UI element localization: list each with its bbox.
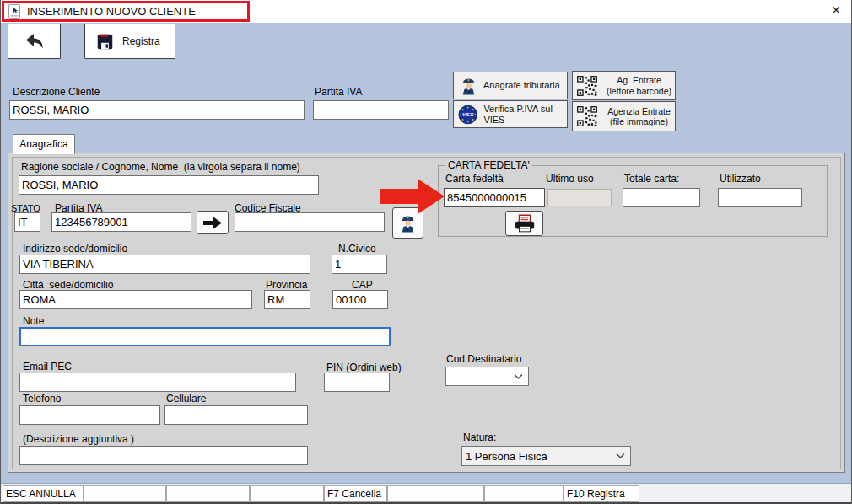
police-officer-icon	[461, 76, 476, 95]
save-floppy-icon	[96, 33, 114, 51]
tab-anagrafica[interactable]: Anagrafica	[13, 134, 75, 154]
telefono-input[interactable]	[19, 405, 160, 425]
descrizione-cliente-label: Descrizione Cliente	[13, 86, 100, 98]
ag-entrate-barcode-button[interactable]: Ag. Entrate (lettore barcode)	[572, 71, 676, 100]
back-arrow-icon	[24, 32, 46, 51]
cod-destinatario-label: Cod.Destinatario	[446, 353, 521, 365]
utilizzato-label: Utilizzato	[720, 173, 761, 185]
tab-anagrafica-label: Anagrafica	[19, 138, 67, 150]
status-cell	[250, 485, 324, 502]
agenzia-entrate-immagine-label: Agenzia Entrate (file immagine)	[603, 106, 675, 126]
red-annotation-arrow	[380, 179, 445, 214]
agenzia-entrate-immagine-button[interactable]: Agenzia Entrate (file immagine)	[572, 101, 676, 131]
printer-icon	[513, 214, 537, 233]
copy-piva-to-cf-button[interactable]	[197, 211, 229, 234]
status-cell-f10-registra: F10 Registra	[564, 485, 639, 502]
title-highlight-annotation: INSERIMENTO NUOVO CLIENTE	[2, 1, 250, 22]
registra-button[interactable]: Registra	[84, 24, 175, 59]
carta-fedelta-input[interactable]	[444, 188, 545, 207]
cap-input[interactable]	[332, 290, 388, 309]
chevron-down-icon	[514, 373, 523, 379]
partita-iva-header-label: Partita IVA	[315, 86, 362, 98]
indirizzo-input[interactable]	[19, 255, 310, 274]
descrizione-aggiuntiva-label: (Descrizione aggiuntiva )	[23, 433, 134, 445]
status-cell	[166, 485, 250, 502]
chevron-down-icon	[616, 453, 625, 459]
descrizione-cliente-input[interactable]	[9, 100, 305, 120]
ragione-sociale-label: Ragione sociale / Cognome, Nome (la virg…	[21, 161, 300, 173]
note-input[interactable]	[19, 327, 391, 346]
verifica-vies-button[interactable]: VIES Verifica P.IVA sul VIES	[453, 100, 568, 128]
ragione-sociale-input[interactable]	[19, 175, 319, 195]
utilizzato-input[interactable]	[718, 188, 802, 207]
app-icon	[8, 4, 20, 19]
email-pec-label: Email PEC	[23, 361, 72, 373]
descrizione-aggiuntiva-input[interactable]	[19, 446, 308, 465]
status-cell-f7-cancella: F7 Cancella	[324, 485, 387, 502]
note-label: Note	[23, 315, 44, 327]
provincia-input[interactable]	[264, 290, 310, 309]
back-button[interactable]	[8, 24, 61, 59]
ag-entrate-barcode-label: Ag. Entrate (lettore barcode)	[603, 75, 675, 95]
police-officer-icon	[401, 213, 415, 233]
app-window: INSERIMENTO NUOVO CLIENTE ✕ Registra Des…	[0, 0, 852, 504]
anagrafe-tributaria-button[interactable]: Anagrafe tributaria	[453, 72, 568, 99]
carta-fedelta-group-label: CARTA FEDELTA'	[445, 159, 532, 171]
verifica-vies-label: Verifica P.IVA sul VIES	[483, 104, 567, 125]
text-caret	[24, 330, 24, 343]
cap-label: CAP	[352, 279, 373, 291]
status-cell	[387, 485, 484, 502]
status-cell	[484, 485, 564, 502]
right-arrow-icon	[202, 217, 223, 229]
print-card-button[interactable]	[505, 211, 543, 236]
carta-fedelta-label: Carta fedeltà	[445, 173, 504, 185]
cellulare-label: Cellulare	[166, 393, 206, 405]
n-civico-input[interactable]	[332, 255, 387, 274]
totale-carta-input[interactable]	[623, 188, 700, 207]
close-icon[interactable]: ✕	[831, 3, 841, 17]
pin-input[interactable]	[324, 373, 390, 392]
vies-eu-icon: VIES	[458, 104, 477, 126]
citta-input[interactable]	[19, 290, 252, 309]
ultimo-uso-label: Ultimo uso	[546, 173, 594, 185]
cellulare-input[interactable]	[164, 405, 308, 425]
email-pec-input[interactable]	[19, 373, 296, 392]
totale-carta-label: Totale carta:	[624, 173, 679, 185]
window-title: INSERIMENTO NUOVO CLIENTE	[27, 5, 196, 18]
natura-select[interactable]: 1 Persona Fisica	[461, 446, 631, 466]
status-bar: ESC ANNULLA F7 Cancella F10 Registra	[1, 483, 852, 504]
title-bar: INSERIMENTO NUOVO CLIENTE ✕	[1, 0, 852, 23]
cod-destinatario-select[interactable]	[445, 367, 529, 386]
partita-iva-header-input[interactable]	[313, 100, 449, 120]
vies-badge-text: VIES	[462, 112, 474, 117]
registra-button-label: Registra	[122, 35, 160, 47]
anagrafe-tributaria-label: Anagrafe tributaria	[483, 80, 560, 91]
n-civico-label: N.Civico	[338, 243, 376, 255]
indirizzo-label: Indirizzo sede/domicilio	[23, 243, 127, 255]
natura-label: Natura:	[463, 432, 496, 443]
ultimo-uso-input	[547, 189, 612, 206]
provincia-label: Provincia	[266, 279, 307, 291]
qr-code-icon	[576, 75, 598, 97]
qr-code-icon	[576, 105, 598, 127]
codice-fiscale-input[interactable]	[235, 212, 385, 232]
status-cell	[84, 485, 166, 502]
partita-iva-input[interactable]	[51, 212, 191, 232]
telefono-label: Telefono	[23, 393, 61, 405]
natura-value: 1 Persona Fisica	[466, 450, 547, 463]
status-cell-esc-annulla: ESC ANNULLA	[3, 485, 84, 502]
citta-label: Città sede/domicilio	[23, 279, 113, 291]
pin-label: PIN (Ordini web)	[326, 362, 402, 373]
stato-input[interactable]	[14, 212, 40, 232]
